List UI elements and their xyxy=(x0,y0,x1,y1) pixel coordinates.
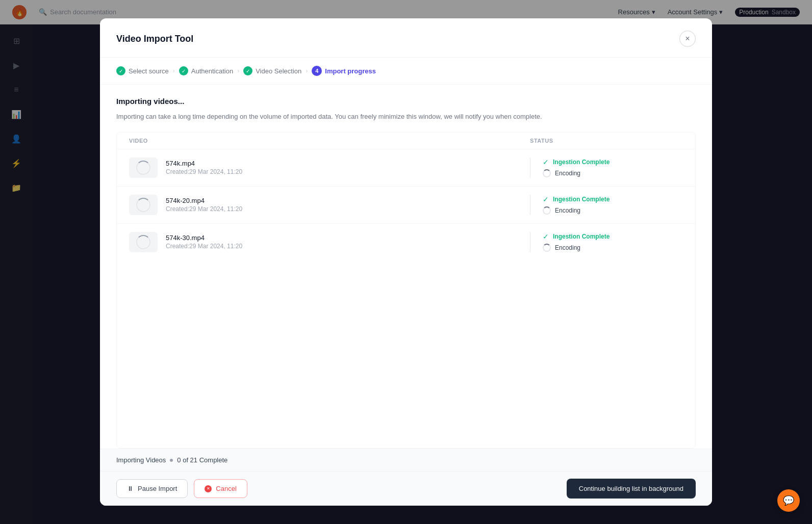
step1-label: Select source xyxy=(129,67,169,75)
pause-icon: ⏸ xyxy=(127,485,134,492)
modal-title: Video Import Tool xyxy=(116,34,193,44)
step2-label: Authentication xyxy=(191,67,233,75)
video-details-3: 574k-30.mp4 Created:29 Mar 2024, 11:20 xyxy=(166,234,242,250)
progress-count: 0 of 21 Complete xyxy=(177,456,227,464)
status-spinner-3 xyxy=(543,244,551,252)
row-divider-2 xyxy=(530,195,530,215)
video-thumbnail-2 xyxy=(129,195,158,215)
status-encoding-row-1: Encoding xyxy=(543,169,610,177)
breadcrumb: ✓ Select source › ✓ Authentication › ✓ V… xyxy=(100,58,712,85)
status-info-1: ✓ Ingestion Complete Encoding xyxy=(543,158,610,177)
breadcrumb-step-4: 4 Import progress xyxy=(312,66,376,76)
cancel-label: Cancel xyxy=(216,485,236,492)
footer-actions: ⏸ Pause Import ✕ Cancel Continue buildin… xyxy=(100,471,712,506)
progress-label: Importing Videos xyxy=(116,456,166,464)
continue-label: Continue building list in background xyxy=(579,485,683,492)
import-title: Importing videos... xyxy=(116,97,696,106)
status-complete-row-2: ✓ Ingestion Complete xyxy=(543,195,610,203)
video-details-2: 574k-20.mp4 Created:29 Mar 2024, 11:20 xyxy=(166,197,242,213)
breadcrumb-step-1: ✓ Select source xyxy=(116,66,169,75)
table-row: 574k-20.mp4 Created:29 Mar 2024, 11:20 ✓… xyxy=(117,187,695,224)
status-encoding-text-3: Encoding xyxy=(555,244,580,251)
breadcrumb-arrow-2: › xyxy=(237,67,239,74)
status-check-icon-2: ✓ xyxy=(543,195,549,203)
step4-number: 4 xyxy=(312,66,322,76)
table-header: VIDEO STATUS xyxy=(117,133,695,149)
col-status-label: STATUS xyxy=(530,138,683,144)
chat-button[interactable]: 💬 xyxy=(777,489,800,512)
status-complete-row-3: ✓ Ingestion Complete xyxy=(543,232,610,241)
video-date-3: Created:29 Mar 2024, 11:20 xyxy=(166,243,242,250)
video-thumbnail-3 xyxy=(129,232,158,252)
pause-import-button[interactable]: ⏸ Pause Import xyxy=(116,479,188,498)
step3-check-icon: ✓ xyxy=(243,66,252,75)
status-info-2: ✓ Ingestion Complete Encoding xyxy=(543,195,610,215)
status-check-icon-1: ✓ xyxy=(543,158,549,166)
step4-label: Import progress xyxy=(325,67,376,75)
modal-body: Importing videos... Importing can take a… xyxy=(100,85,712,449)
table-row: 574k.mp4 Created:29 Mar 2024, 11:20 ✓ In… xyxy=(117,149,695,187)
status-check-icon-3: ✓ xyxy=(543,232,549,241)
import-description: Importing can take a long time depending… xyxy=(116,112,696,122)
footer-progress: Importing Videos 0 of 21 Complete xyxy=(100,449,712,471)
step1-check-icon: ✓ xyxy=(116,66,125,75)
video-thumbnail-1 xyxy=(129,158,158,178)
video-info-2: 574k-20.mp4 Created:29 Mar 2024, 11:20 xyxy=(129,195,530,215)
modal-close-button[interactable]: × xyxy=(679,31,696,47)
videos-table[interactable]: VIDEO STATUS 574k.mp4 Created:29 Mar 202… xyxy=(116,132,696,449)
continue-background-button[interactable]: Continue building list in background xyxy=(567,479,696,499)
progress-dot xyxy=(170,459,173,462)
col-video-label: VIDEO xyxy=(129,138,530,144)
table-row: 574k-30.mp4 Created:29 Mar 2024, 11:20 ✓… xyxy=(117,224,695,260)
pause-label: Pause Import xyxy=(138,485,177,492)
status-complete-row-1: ✓ Ingestion Complete xyxy=(543,158,610,166)
breadcrumb-step-2: ✓ Authentication xyxy=(179,66,233,75)
status-complete-text-1: Ingestion Complete xyxy=(553,159,610,166)
status-encoding-row-3: Encoding xyxy=(543,244,610,252)
thumbnail-spinner-1 xyxy=(136,161,150,175)
breadcrumb-arrow-3: › xyxy=(306,67,308,74)
status-spinner-1 xyxy=(543,169,551,177)
status-complete-text-3: Ingestion Complete xyxy=(553,233,610,240)
status-encoding-row-2: Encoding xyxy=(543,206,610,215)
video-name-3: 574k-30.mp4 xyxy=(166,234,242,242)
row-divider-3 xyxy=(530,232,530,252)
status-info-3: ✓ Ingestion Complete Encoding xyxy=(543,232,610,252)
breadcrumb-arrow-1: › xyxy=(173,67,175,74)
thumbnail-spinner-3 xyxy=(136,235,150,249)
video-date-2: Created:29 Mar 2024, 11:20 xyxy=(166,205,242,213)
video-details-1: 574k.mp4 Created:29 Mar 2024, 11:20 xyxy=(166,160,242,175)
status-spinner-2 xyxy=(543,206,551,215)
cancel-button[interactable]: ✕ Cancel xyxy=(194,479,247,498)
breadcrumb-step-3: ✓ Video Selection xyxy=(243,66,301,75)
video-name-2: 574k-20.mp4 xyxy=(166,197,242,204)
status-encoding-text-2: Encoding xyxy=(555,207,580,214)
row-divider-1 xyxy=(530,158,530,178)
video-import-modal: Video Import Tool × ✓ Select source › ✓ … xyxy=(100,18,712,506)
video-info-3: 574k-30.mp4 Created:29 Mar 2024, 11:20 xyxy=(129,232,530,252)
step3-label: Video Selection xyxy=(256,67,301,75)
cancel-icon: ✕ xyxy=(205,485,212,492)
video-date-1: Created:29 Mar 2024, 11:20 xyxy=(166,168,242,175)
video-name-1: 574k.mp4 xyxy=(166,160,242,167)
step2-check-icon: ✓ xyxy=(179,66,188,75)
modal-footer: Importing Videos 0 of 21 Complete ⏸ Paus… xyxy=(100,449,712,506)
video-info-1: 574k.mp4 Created:29 Mar 2024, 11:20 xyxy=(129,158,530,178)
status-complete-text-2: Ingestion Complete xyxy=(553,196,610,203)
status-encoding-text-1: Encoding xyxy=(555,170,580,177)
modal-header: Video Import Tool × xyxy=(100,18,712,58)
thumbnail-spinner-2 xyxy=(136,198,150,212)
